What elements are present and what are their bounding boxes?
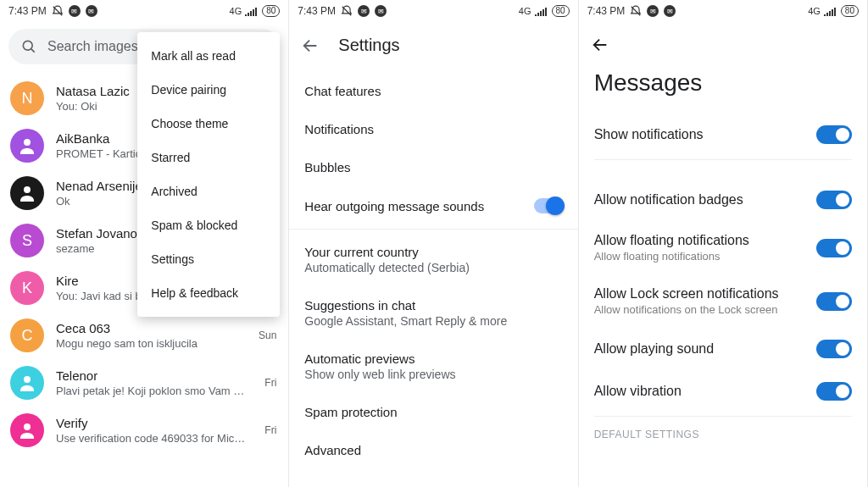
- panel-notification-settings: 7:43 PM ✉ ✉ 4G 80 Messages Show notifica…: [579, 0, 868, 487]
- messenger-icon: ✉: [358, 5, 370, 17]
- messenger-icon-2: ✉: [86, 5, 97, 17]
- settings-item-primary: Automatic previews: [304, 351, 562, 366]
- svg-point-4: [24, 376, 31, 383]
- menu-item[interactable]: Choose theme: [137, 107, 280, 141]
- signal-icon: [245, 6, 259, 16]
- chat-name: Verify: [56, 416, 248, 430]
- chat-item[interactable]: VerifyUse verification code 469033 for M…: [0, 407, 288, 454]
- menu-item[interactable]: Help & feedback: [137, 276, 280, 310]
- battery-indicator: 80: [262, 5, 280, 17]
- notification-row-primary: Allow vibration: [594, 384, 803, 399]
- menu-item[interactable]: Starred: [137, 141, 280, 174]
- settings-item[interactable]: Hear outgoing message sounds: [289, 186, 577, 225]
- settings-item-primary: Bubbles: [304, 160, 562, 174]
- messenger-icon: ✉: [647, 5, 659, 17]
- dnd-icon: [630, 5, 642, 17]
- toggle-switch[interactable]: [816, 382, 852, 401]
- network-label: 4G: [519, 6, 531, 16]
- search-icon: [20, 38, 37, 55]
- chat-name: Ceca 063: [56, 321, 242, 335]
- chat-item[interactable]: TelenorPlavi petak je! Koji poklon smo V…: [0, 359, 288, 407]
- svg-point-0: [23, 41, 32, 50]
- dnd-icon: [52, 5, 64, 17]
- settings-item-primary: Your current country: [304, 245, 562, 259]
- toggle-switch[interactable]: [534, 198, 563, 213]
- avatar: K: [10, 271, 44, 305]
- notification-row-primary: Allow Lock screen notifications: [594, 286, 803, 302]
- svg-line-1: [31, 49, 35, 53]
- settings-item-secondary: Automatically detected (Serbia): [304, 261, 562, 274]
- chat-text: VerifyUse verification code 469033 for M…: [56, 416, 248, 445]
- messenger-icon: ✉: [69, 5, 81, 17]
- chat-snippet: Use verification code 469033 for Micros…: [56, 432, 248, 445]
- avatar: S: [10, 224, 44, 257]
- notification-row[interactable]: Allow notification badges: [579, 179, 867, 221]
- chat-snippet: Plavi petak je! Koji poklon smo Vam dana…: [56, 385, 248, 397]
- notification-row[interactable]: Allow floating notificationsAllow floati…: [579, 221, 867, 274]
- toggle-switch[interactable]: [816, 292, 852, 311]
- toggle-switch[interactable]: [816, 125, 852, 144]
- settings-item[interactable]: Chat features: [289, 72, 577, 110]
- signal-icon: [824, 6, 837, 16]
- back-button[interactable]: [591, 36, 609, 54]
- settings-item[interactable]: Suggestions in chatGoogle Assistant, Sma…: [289, 286, 577, 340]
- panel-settings: 7:43 PM ✉ ✉ 4G 80 Settings Chat features…: [289, 0, 578, 487]
- settings-item[interactable]: Spam protection: [289, 393, 577, 431]
- settings-item[interactable]: Automatic previewsShow only web link pre…: [289, 340, 577, 393]
- avatar: [10, 176, 44, 210]
- settings-item[interactable]: Your current countryAutomatically detect…: [289, 233, 577, 286]
- menu-item[interactable]: Settings: [137, 242, 280, 276]
- divider: [594, 416, 852, 417]
- svg-point-3: [24, 186, 31, 193]
- notification-row-primary: Allow floating notifications: [594, 233, 803, 248]
- battery-indicator: 80: [841, 5, 859, 17]
- notification-row[interactable]: Allow Lock screen notificationsAllow not…: [579, 274, 867, 328]
- menu-item[interactable]: Spam & blocked: [137, 208, 280, 242]
- toggle-switch[interactable]: [816, 340, 852, 358]
- toggle-switch[interactable]: [816, 191, 852, 209]
- battery-indicator: 80: [552, 5, 570, 17]
- chat-name: Telenor: [56, 368, 248, 383]
- appbar: [579, 22, 867, 59]
- settings-item[interactable]: Bubbles: [289, 148, 577, 186]
- settings-item[interactable]: Advanced: [289, 431, 577, 469]
- avatar: C: [10, 318, 44, 352]
- status-bar: 7:43 PM ✉ ✉ 4G 80: [289, 0, 577, 22]
- search-placeholder: Search images: [47, 39, 138, 54]
- menu-item[interactable]: Device pairing: [137, 73, 280, 107]
- status-time: 7:43 PM: [8, 5, 47, 17]
- chat-date: Fri: [264, 424, 276, 436]
- settings-list: Chat featuresNotificationsBubblesHear ou…: [289, 72, 577, 469]
- chat-text: TelenorPlavi petak je! Koji poklon smo V…: [56, 368, 248, 397]
- menu-item[interactable]: Archived: [137, 174, 280, 208]
- appbar-title: Settings: [338, 36, 399, 55]
- settings-item-primary: Chat features: [304, 84, 562, 98]
- notification-row-secondary: Allow floating notifications: [594, 250, 803, 263]
- chat-item[interactable]: CCeca 063 Mogu nego sam ton iskljucilaSu…: [0, 312, 288, 359]
- settings-item-primary: Notifications: [304, 122, 562, 136]
- notification-row-primary: Allow playing sound: [594, 341, 803, 357]
- settings-item-secondary: Show only web link previews: [304, 368, 562, 381]
- notification-row[interactable]: Show notifications: [579, 113, 867, 156]
- avatar: N: [10, 81, 44, 115]
- network-label: 4G: [808, 6, 821, 16]
- notification-row[interactable]: Allow playing sound: [579, 328, 867, 370]
- dnd-icon: [341, 5, 353, 17]
- page-title: Messages: [579, 59, 867, 113]
- back-button[interactable]: [301, 36, 320, 55]
- toggle-switch[interactable]: [816, 239, 852, 257]
- status-time: 7:43 PM: [298, 5, 336, 17]
- notification-row[interactable]: Allow vibration: [579, 370, 867, 412]
- appbar: Settings: [289, 22, 577, 72]
- notification-list: Show notificationsAllow notification bad…: [579, 113, 867, 412]
- chat-snippet: Mogu nego sam ton iskljucila: [56, 337, 242, 350]
- section-label: DEFAULT SETTINGS: [579, 429, 867, 440]
- settings-item[interactable]: Notifications: [289, 110, 577, 148]
- messenger-icon-2: ✉: [375, 5, 387, 17]
- divider: [289, 229, 577, 230]
- menu-item[interactable]: Mark all as read: [137, 39, 280, 73]
- notification-row-primary: Show notifications: [594, 127, 803, 142]
- status-time: 7:43 PM: [587, 5, 626, 17]
- overflow-menu: Mark all as readDevice pairingChoose the…: [137, 32, 280, 317]
- messenger-icon-2: ✉: [664, 5, 676, 17]
